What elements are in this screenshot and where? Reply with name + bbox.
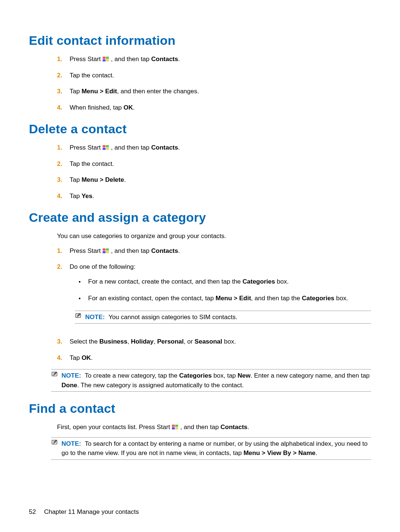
list-item: 4. When finished, tap OK.	[57, 103, 371, 113]
bold-text: Menu > Edit	[81, 88, 117, 95]
bullet-text: For a new contact, create the contact, a…	[88, 277, 289, 287]
step-number: 4.	[57, 103, 70, 113]
list-item: 2. Tap the contact.	[57, 71, 371, 80]
text: .	[316, 449, 317, 456]
bold-text: Menu > Edit	[216, 295, 251, 302]
note-label: NOTE:	[61, 440, 81, 447]
note-box-sim: NOTE:You cannot assign categories to SIM…	[75, 311, 371, 324]
windows-start-icon	[103, 248, 109, 254]
bold-text: Seasonal	[194, 338, 222, 345]
sub-bullet-list: For a new contact, create the contact, a…	[79, 277, 371, 303]
text: For a new contact, create the contact, a…	[88, 278, 243, 285]
windows-start-icon	[172, 425, 179, 430]
text: .	[178, 56, 180, 63]
heading-delete-contact: Delete a contact	[29, 122, 371, 136]
text: , and then tap	[111, 144, 151, 151]
step-text: Tap Menu > Edit, and then enter the chan…	[70, 87, 371, 96]
find-lead-text: First, open your contacts list. Press St…	[57, 422, 371, 432]
note-content: NOTE:To search for a contact by entering…	[61, 439, 371, 458]
text: When finished, tap	[70, 104, 124, 111]
text: For an existing contact, open the contac…	[88, 295, 216, 302]
bold-text: Categories	[302, 295, 334, 302]
bold-text: Menu > Delete	[81, 176, 124, 183]
heading-create-category: Create and assign a category	[29, 210, 371, 225]
step-text: Tap the contact.	[70, 159, 371, 169]
step-text: Press Start , and then tap Contacts.	[70, 143, 371, 153]
bullet-text: For an existing contact, open the contac…	[88, 294, 348, 303]
list-item: For an existing contact, open the contac…	[79, 294, 371, 303]
step-text: Tap OK.	[70, 353, 371, 363]
page-footer: 52 Chapter 11 Manage your contacts	[29, 508, 139, 516]
heading-find-contact: Find a contact	[29, 401, 371, 416]
text: Select the	[70, 338, 99, 345]
delete-steps-list: 1. Press Start , and then tap Contacts. …	[57, 143, 371, 201]
bold-text: OK	[124, 104, 133, 111]
text: . Enter a new category name, and then ta…	[251, 372, 370, 379]
text: Press Start	[70, 144, 103, 151]
category-steps-list: 1. Press Start , and then tap Contacts. …	[57, 246, 371, 363]
windows-start-icon	[103, 145, 109, 150]
text: Press Start	[70, 247, 103, 254]
text: .	[247, 424, 249, 431]
text: , or	[184, 338, 194, 345]
text: To search for a contact by entering a na…	[61, 440, 367, 457]
text: box, tap	[212, 372, 238, 379]
text: ,	[154, 338, 157, 345]
note-content: NOTE:You cannot assign categories to SIM…	[85, 312, 237, 322]
note-box-name-view: NOTE:To search for a contact by entering…	[51, 437, 371, 460]
text: box.	[275, 278, 289, 285]
bold-text: New	[238, 372, 251, 379]
list-item: 1. Press Start , and then tap Contacts.	[57, 54, 371, 64]
list-item: 3. Tap Menu > Edit, and then enter the c…	[57, 87, 371, 96]
list-item: 3. Select the Business, Holiday, Persona…	[57, 337, 371, 347]
step-number: 3.	[57, 87, 70, 96]
bold-text: OK	[81, 354, 91, 361]
text: Tap	[70, 193, 81, 200]
text: .	[133, 104, 135, 111]
note-label: NOTE:	[85, 314, 105, 321]
step-text: Tap Menu > Delete.	[70, 175, 371, 185]
text: box.	[222, 338, 236, 345]
bold-text: Business	[99, 338, 127, 345]
text: box.	[334, 295, 348, 302]
bold-text: Holiday	[131, 338, 153, 345]
text: ,	[127, 338, 131, 345]
step-number: 4.	[57, 353, 70, 363]
step-text: Select the Business, Holiday, Personal, …	[70, 337, 371, 347]
text: .	[178, 247, 180, 254]
text: , and then tap	[111, 56, 151, 63]
text: Do one of the following:	[70, 263, 136, 270]
note-icon	[51, 371, 58, 380]
bold-text: Personal	[157, 338, 184, 345]
page-number: 52	[29, 508, 36, 516]
step-text: When finished, tap OK.	[70, 103, 371, 113]
bold-text: Menu > View By > Name	[243, 449, 315, 456]
bold-text: Contacts	[151, 144, 178, 151]
list-item: For a new contact, create the contact, a…	[79, 277, 371, 287]
text: .	[178, 144, 180, 151]
text: Tap	[70, 354, 81, 361]
bold-text: Contacts	[151, 247, 178, 254]
bold-text: Contacts	[151, 56, 178, 63]
step-number: 2.	[57, 71, 70, 80]
bold-text: Categories	[243, 278, 275, 285]
step-number: 1.	[57, 246, 70, 256]
step-text: Press Start , and then tap Contacts.	[70, 54, 371, 64]
text: Tap	[70, 88, 81, 95]
note-icon	[51, 439, 58, 448]
bold-text: Contacts	[220, 424, 247, 431]
note-content: NOTE:To create a new category, tap the C…	[61, 371, 371, 390]
edit-steps-list: 1. Press Start , and then tap Contacts. …	[57, 54, 371, 112]
text: First, open your contacts list. Press St…	[57, 424, 172, 431]
step-number: 3.	[57, 337, 70, 347]
step-text: Press Start , and then tap Contacts.	[70, 246, 371, 256]
step-number: 1.	[57, 143, 70, 153]
step-text: Tap Yes.	[70, 191, 371, 201]
step-number: 2.	[57, 159, 70, 169]
bold-text: Categories	[179, 372, 212, 379]
text: Press Start	[70, 56, 103, 63]
list-item: 3. Tap Menu > Delete.	[57, 175, 371, 185]
bold-text: Done	[61, 382, 77, 389]
step-text: Tap the contact.	[70, 71, 371, 80]
text: Tap	[70, 176, 81, 183]
